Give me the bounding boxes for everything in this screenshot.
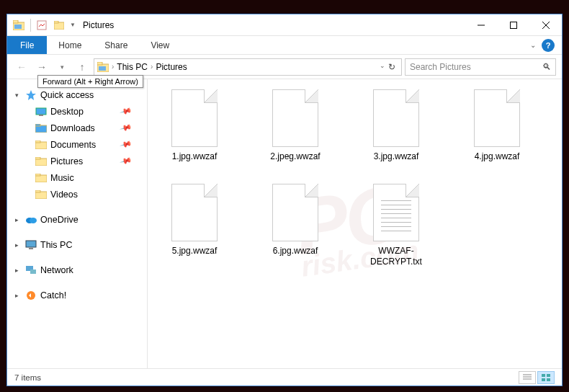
svg-rect-23 <box>35 174 40 176</box>
qat-properties[interactable] <box>34 17 50 33</box>
file-name: 2.jpeg.wwzaf <box>270 151 320 162</box>
nav-root-network[interactable]: ▸Network <box>10 262 144 278</box>
navigation-pane[interactable]: ▾ Quick access Desktop📌Downloads📌Documen… <box>7 79 148 368</box>
nav-item-videos[interactable]: Videos <box>10 186 144 202</box>
titlebar[interactable]: ▼ Pictures <box>7 14 562 36</box>
back-button[interactable]: ← <box>13 58 30 76</box>
recent-locations-icon[interactable]: ▾ <box>53 58 71 76</box>
item-count: 7 items <box>14 373 41 382</box>
tab-home[interactable]: Home <box>47 36 93 54</box>
maximize-button[interactable] <box>497 14 529 35</box>
icons-view-toggle[interactable] <box>537 371 555 384</box>
pin-icon: 📌 <box>120 138 133 151</box>
nav-label: Catch! <box>40 290 66 300</box>
file-name: 3.jpg.wwzaf <box>374 151 419 162</box>
svg-rect-5 <box>54 21 58 23</box>
up-button[interactable]: ↑ <box>73 58 91 76</box>
svg-rect-7 <box>510 22 516 28</box>
svg-rect-37 <box>547 374 550 377</box>
address-bar-row: ← → ▾ ↑ › This PC › Pictures ⌄ ↻ Search … <box>7 55 562 79</box>
nav-label: Desktop <box>50 107 84 117</box>
nav-label: Pictures <box>50 156 83 166</box>
music-icon <box>35 174 48 182</box>
minimize-button[interactable] <box>465 14 497 35</box>
qat-dropdown[interactable]: ▼ <box>68 17 77 33</box>
svg-rect-14 <box>36 108 46 115</box>
pin-icon: 📌 <box>120 121 133 134</box>
help-button[interactable]: ? <box>542 39 555 52</box>
svg-point-27 <box>30 218 37 223</box>
file-item[interactable]: 3.jpg.wwzaf <box>364 89 429 162</box>
folder-icon <box>97 62 109 72</box>
address-bar-right: ⌄ ↻ <box>380 62 398 72</box>
svg-rect-28 <box>26 241 36 247</box>
file-name: 6.jpg.wwzaf <box>273 246 318 257</box>
file-name: 1.jpg.wwzaf <box>172 151 218 162</box>
file-icon <box>373 184 419 241</box>
nav-item-desktop[interactable]: Desktop📌 <box>10 103 144 120</box>
search-placeholder: Search Pictures <box>410 62 471 72</box>
crumb-this-pc[interactable]: This PC <box>117 62 148 72</box>
file-item[interactable]: 2.jpeg.wwzaf <box>263 89 328 162</box>
file-icon <box>171 184 218 241</box>
file-view[interactable]: PCrisk.com 1.jpg.wwzaf2.jpeg.wwzaf3.jpg.… <box>148 79 562 368</box>
nav-item-music[interactable]: Music <box>10 169 144 186</box>
downloads-icon <box>35 124 48 133</box>
nav-item-documents[interactable]: Documents📌 <box>10 136 144 153</box>
breadcrumb[interactable]: › This PC › Pictures ⌄ ↻ <box>94 58 402 76</box>
caret-down-icon[interactable]: ▾ <box>12 92 22 99</box>
nav-root-this-pc[interactable]: ▸This PC <box>10 236 144 253</box>
close-button[interactable] <box>529 14 562 35</box>
file-icon <box>272 184 318 241</box>
file-grid: 1.jpg.wwzaf2.jpeg.wwzaf3.jpg.wwzaf4.jpg.… <box>162 89 555 267</box>
crumb-folder[interactable]: Pictures <box>156 62 187 72</box>
file-item[interactable]: WWZAF-DECRYPT.txt <box>364 184 429 267</box>
svg-rect-25 <box>35 190 40 192</box>
dropdown-icon[interactable]: ⌄ <box>380 62 385 72</box>
nav-label: OneDrive <box>40 215 79 225</box>
nav-root-onedrive[interactable]: ▸OneDrive <box>10 211 144 228</box>
pin-icon: 📌 <box>120 104 133 117</box>
file-item[interactable]: 6.jpg.wwzaf <box>263 184 328 267</box>
nav-root-catch-[interactable]: ▸Catch! <box>10 287 144 303</box>
refresh-icon[interactable]: ↻ <box>388 62 395 72</box>
desktop-icon <box>35 107 48 116</box>
svg-marker-13 <box>26 90 36 100</box>
explorer-body: ▾ Quick access Desktop📌Downloads📌Documen… <box>7 79 562 368</box>
file-icon <box>171 89 218 147</box>
star-icon <box>24 90 37 100</box>
details-view-toggle[interactable] <box>519 371 536 384</box>
file-name: 4.jpg.wwzaf <box>475 151 520 162</box>
file-tab[interactable]: File <box>7 36 47 54</box>
qat-new-folder[interactable] <box>51 17 67 33</box>
nav-label: Downloads <box>50 123 95 133</box>
file-item[interactable]: 4.jpg.wwzaf <box>465 89 529 162</box>
nav-label: Network <box>40 265 73 275</box>
explorer-window: ▼ Pictures File Home Share View ⌄ ? ← → … <box>6 14 563 386</box>
chevron-right-icon[interactable]: › <box>149 63 154 71</box>
file-name: WWZAF-DECRYPT.txt <box>364 246 429 267</box>
view-toggles <box>519 371 555 384</box>
svg-rect-12 <box>99 66 106 71</box>
forward-button[interactable]: → <box>33 58 50 76</box>
tab-share[interactable]: Share <box>93 36 139 54</box>
nav-item-pictures[interactable]: Pictures📌 <box>10 153 144 169</box>
caret-right-icon[interactable]: ▸ <box>12 216 22 223</box>
file-item[interactable]: 1.jpg.wwzaf <box>162 89 227 162</box>
nav-label: Documents <box>50 140 96 150</box>
file-icon <box>474 89 520 147</box>
caret-right-icon[interactable]: ▸ <box>12 241 22 249</box>
nav-item-downloads[interactable]: Downloads📌 <box>10 120 144 136</box>
separator <box>30 19 31 32</box>
chevron-right-icon[interactable]: › <box>110 63 115 71</box>
file-item[interactable]: 5.jpg.wwzaf <box>162 184 227 267</box>
tab-view[interactable]: View <box>139 36 181 54</box>
caret-right-icon[interactable]: ▸ <box>12 267 22 274</box>
pictures-icon <box>35 157 48 166</box>
nav-quick-access[interactable]: ▾ Quick access <box>10 86 144 103</box>
expand-ribbon-icon[interactable]: ⌄ <box>530 41 536 49</box>
svg-rect-39 <box>547 378 550 381</box>
caret-right-icon[interactable]: ▸ <box>12 292 22 299</box>
search-input[interactable]: Search Pictures 🔍︎ <box>405 58 556 76</box>
svg-rect-15 <box>39 115 43 116</box>
